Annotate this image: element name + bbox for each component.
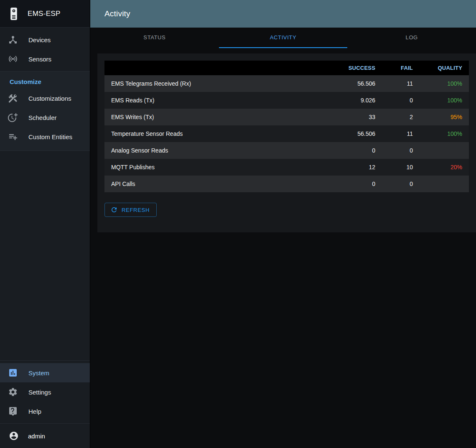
sidebar-item-label: Devices <box>28 36 51 43</box>
row-quality: 20% <box>420 159 469 176</box>
sidebar-header: EMS-ESP <box>0 0 90 28</box>
table-row: EMS Reads (Tx) 9.026 0 100% <box>104 92 469 109</box>
row-label: EMS Writes (Tx) <box>104 109 323 125</box>
row-quality: 100% <box>420 125 469 142</box>
sidebar-item-devices[interactable]: Devices <box>0 30 90 49</box>
sidebar-item-label: Settings <box>28 389 51 396</box>
row-label: Analog Sensor Reads <box>104 142 323 159</box>
row-quality <box>420 176 469 192</box>
activity-table: SUCCESS FAIL QUALITY EMS Telegrams Recei… <box>104 61 469 192</box>
tab-status[interactable]: STATUS <box>90 28 219 48</box>
playlist-add-icon <box>8 132 18 142</box>
table-row: Analog Sensor Reads 0 0 <box>104 142 469 159</box>
tab-log[interactable]: LOG <box>347 28 476 48</box>
row-quality: 95% <box>420 109 469 125</box>
row-quality <box>420 142 469 159</box>
row-fail: 0 <box>382 142 420 159</box>
refresh-button-label: REFRESH <box>122 207 150 213</box>
row-success: 33 <box>323 109 382 125</box>
row-quality: 100% <box>420 92 469 109</box>
row-fail: 11 <box>382 75 420 92</box>
row-label: MQTT Publishes <box>104 159 323 176</box>
table-row: MQTT Publishes 12 10 20% <box>104 159 469 176</box>
row-fail: 0 <box>382 92 420 109</box>
sidebar-main-group: Devices Sensors <box>0 28 90 71</box>
table-row: EMS Telegrams Received (Rx) 56.506 11 10… <box>104 75 469 92</box>
sidebar-bottom-group: System Settings Help <box>0 361 90 423</box>
sidebar-item-customizations[interactable]: Customizations <box>0 89 90 108</box>
row-label: Temperature Sensor Reads <box>104 125 323 142</box>
ems-esp-logo-icon <box>7 7 21 21</box>
sidebar-item-label: Sensors <box>28 56 51 63</box>
account-circle-icon <box>9 431 19 441</box>
column-header-label <box>104 61 323 75</box>
row-label: EMS Telegrams Received (Rx) <box>104 75 323 92</box>
sidebar-item-settings[interactable]: Settings <box>0 382 90 402</box>
row-fail: 2 <box>382 109 420 125</box>
table-row: API Calls 0 0 <box>104 176 469 192</box>
more-time-icon <box>8 112 18 122</box>
activity-table-body: EMS Telegrams Received (Rx) 56.506 11 10… <box>104 75 469 192</box>
device-hub-icon <box>8 35 18 45</box>
sensors-icon <box>8 54 18 64</box>
sidebar-item-help[interactable]: Help <box>0 402 90 421</box>
sidebar-item-custom-entities[interactable]: Custom Entities <box>0 127 90 146</box>
table-header-row: SUCCESS FAIL QUALITY <box>104 61 469 75</box>
row-quality: 100% <box>420 75 469 92</box>
bar-chart-icon <box>8 368 18 378</box>
sidebar-spacer <box>0 151 90 360</box>
user-name: admin <box>28 433 45 440</box>
refresh-button[interactable]: REFRESH <box>104 203 157 217</box>
row-success: 12 <box>323 159 382 176</box>
help-icon <box>8 406 18 416</box>
row-label: EMS Reads (Tx) <box>104 92 323 109</box>
sidebar-item-label: Custom Entities <box>28 133 72 140</box>
sidebar-user-admin[interactable]: admin <box>0 424 90 448</box>
appbar: Activity <box>90 0 476 28</box>
gear-icon <box>8 387 18 397</box>
column-header-fail: FAIL <box>382 61 420 75</box>
brand-title: EMS-ESP <box>28 10 61 18</box>
row-fail: 11 <box>382 125 420 142</box>
column-header-success: SUCCESS <box>323 61 382 75</box>
sidebar-item-scheduler[interactable]: Scheduler <box>0 108 90 127</box>
row-fail: 10 <box>382 159 420 176</box>
refresh-icon <box>110 206 118 214</box>
sidebar-item-label: Scheduler <box>28 114 57 121</box>
row-fail: 0 <box>382 176 420 192</box>
row-success: 56.506 <box>323 125 382 142</box>
sidebar-item-sensors[interactable]: Sensors <box>0 49 90 69</box>
row-success: 56.506 <box>323 75 382 92</box>
row-success: 0 <box>323 142 382 159</box>
construction-icon <box>8 93 18 103</box>
sidebar-item-label: Customizations <box>28 95 71 102</box>
row-success: 9.026 <box>323 92 382 109</box>
table-row: EMS Writes (Tx) 33 2 95% <box>104 109 469 125</box>
row-success: 0 <box>323 176 382 192</box>
column-header-quality: QUALITY <box>420 61 469 75</box>
activity-panel: SUCCESS FAIL QUALITY EMS Telegrams Recei… <box>97 53 476 232</box>
sidebar: EMS-ESP Devices Sensors Customize C <box>0 0 90 448</box>
customize-section-label: Customize <box>0 71 90 89</box>
row-label: API Calls <box>104 176 323 192</box>
main-area: Activity STATUS ACTIVITY LOG SUCCESS FAI… <box>90 0 476 448</box>
tab-activity[interactable]: ACTIVITY <box>219 28 348 48</box>
page-title: Activity <box>104 9 130 18</box>
sidebar-customize-section: Customize Customizations Scheduler Custo… <box>0 71 90 151</box>
sidebar-item-system[interactable]: System <box>0 363 90 382</box>
sidebar-item-label: Help <box>28 408 41 415</box>
tabbar: STATUS ACTIVITY LOG <box>90 28 476 48</box>
sidebar-item-label: System <box>28 369 49 377</box>
table-row: Temperature Sensor Reads 56.506 11 100% <box>104 125 469 142</box>
